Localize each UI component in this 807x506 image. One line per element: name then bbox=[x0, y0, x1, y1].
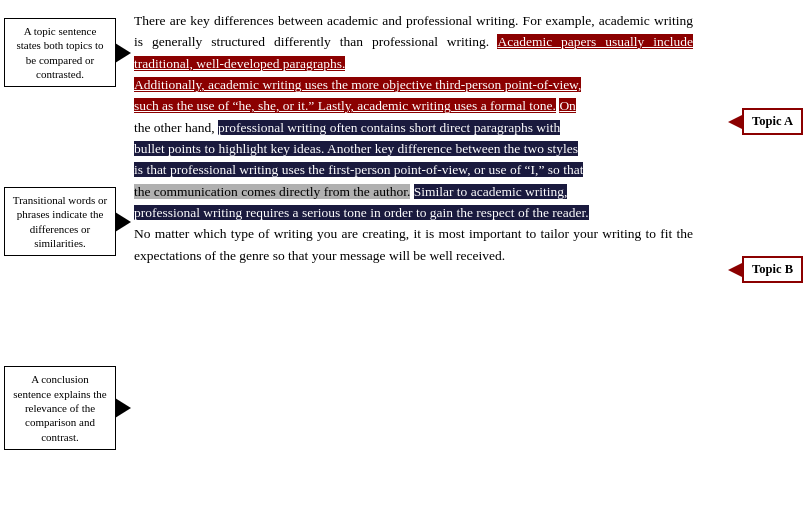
conclusion-annotation-text: A conclusion sentence explains the relev… bbox=[13, 373, 106, 442]
main-text-area: There are key differences between academ… bbox=[120, 0, 707, 506]
transitional-annotation-box: Transitional words or phrases indicate t… bbox=[4, 187, 116, 256]
topic-a-label: Topic A bbox=[742, 108, 803, 135]
right-panel: Topic A Topic B bbox=[707, 0, 807, 506]
topic-a-text: Topic A bbox=[752, 114, 793, 128]
topic-b-text: Topic B bbox=[752, 262, 793, 276]
topic-annotation-box: A topic sentence states both topics to b… bbox=[4, 18, 116, 87]
dark-highlight-1: professional writing often contains shor… bbox=[218, 120, 560, 135]
closing-text: No matter which type of writing you are … bbox=[134, 226, 693, 262]
dark-highlight-5: professional writing requires a serious … bbox=[134, 205, 589, 220]
other-hand-text: the other hand, bbox=[134, 120, 218, 135]
topic-annotation-text: A topic sentence states both topics to b… bbox=[16, 25, 103, 80]
dark-highlight-2: bullet points to highlight key ideas. An… bbox=[134, 141, 578, 156]
dark-highlight-4: Similar to academic writing, bbox=[414, 184, 568, 199]
left-annotations: A topic sentence states both topics to b… bbox=[0, 0, 120, 506]
topic-b-arrow bbox=[728, 262, 744, 278]
gray-highlight-1: the communication comes directly from th… bbox=[134, 184, 410, 199]
text-block: There are key differences between academ… bbox=[134, 10, 693, 266]
topic-b-label: Topic B bbox=[742, 256, 803, 283]
topic-a-arrow bbox=[728, 114, 744, 130]
transitional-annotation-text: Transitional words or phrases indicate t… bbox=[13, 194, 107, 249]
dark-highlight-3: is that professional writing uses the fi… bbox=[134, 162, 583, 177]
transition-on: On bbox=[559, 98, 576, 113]
red-highlight-2: Additionally, academic writing uses the … bbox=[134, 77, 581, 92]
red-highlight-3: such as the use of “he, she, or it.” Las… bbox=[134, 98, 556, 113]
main-container: A topic sentence states both topics to b… bbox=[0, 0, 807, 506]
conclusion-annotation-box: A conclusion sentence explains the relev… bbox=[4, 366, 116, 449]
